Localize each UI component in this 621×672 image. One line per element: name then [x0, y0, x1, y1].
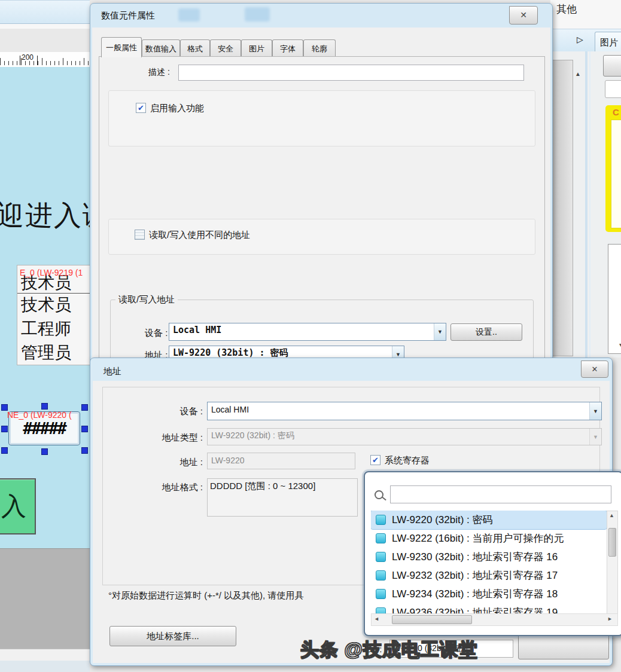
tab-label: 安全 — [218, 44, 233, 54]
tag-library-button[interactable]: 地址标签库... — [109, 626, 236, 646]
user-list-header[interactable]: 技术员 E_0 (LW-9219 (1 — [17, 265, 90, 294]
enable-input-label: 启用输入功能 — [150, 103, 204, 114]
tab-profile[interactable]: 轮廓 — [303, 39, 336, 57]
address-item-label: LW-9220 (32bit) : 密码 — [392, 513, 493, 527]
close-icon: ✕ — [592, 365, 598, 374]
ruler-label: 200 — [22, 53, 34, 62]
tab-label: 图片 — [249, 44, 264, 54]
scroll-right-icon[interactable]: ► — [607, 616, 613, 622]
toolbar-right: 其他 — [550, 0, 621, 29]
address-picker-popup: LW-9220 (32bit) : 密码 LW-9222 (16bit) : 当… — [364, 471, 621, 636]
search-input[interactable] — [390, 485, 611, 503]
tag-library-button-label: 地址标签库... — [147, 631, 199, 641]
enable-input-checkbox[interactable]: ✔ — [136, 103, 146, 113]
toolbar-right-label[interactable]: 其他 — [556, 2, 577, 16]
settings-button[interactable]: 设置.. — [450, 323, 522, 341]
tag-select-button[interactable] — [518, 634, 609, 659]
library-button[interactable] — [603, 55, 621, 77]
address-input: LW-9220 — [207, 453, 355, 469]
selection-handle[interactable] — [41, 403, 48, 410]
address-list-item[interactable]: LW-9236 (32bit) : 地址索引寄存器 19 — [371, 603, 607, 613]
user-list-element[interactable]: 技术员 E_0 (LW-9219 (1 技术员 工程师 管理员 — [17, 265, 90, 365]
shape-preview-panel[interactable]: C — [605, 105, 621, 232]
right-blue-band: ▷ 图片 — [550, 29, 621, 53]
scroll-up-icon[interactable]: ▲ — [609, 512, 614, 518]
device-combobox[interactable]: Local HMI ▼ — [169, 323, 446, 341]
chevron-down-icon[interactable]: ▼ — [434, 323, 446, 340]
scroll-left-icon[interactable]: ◄ — [374, 616, 379, 622]
address-list-item[interactable]: LW-9220 (32bit) : 密码 — [371, 511, 607, 529]
rw-address-group-title: 读取/写入地址 — [115, 294, 178, 306]
ruler-major-tick — [20, 56, 20, 65]
hmi-canvas[interactable]: 迎进入课 技术员 E_0 (LW-9219 (1 技术员 工程师 管理员 — [0, 67, 90, 548]
selection-handle[interactable] — [1, 426, 8, 432]
horizontal-scrollbar[interactable]: ◄ ► — [371, 613, 618, 626]
device-combobox[interactable]: Local HMI ▼ — [207, 402, 602, 420]
different-address-checkbox[interactable] — [135, 230, 145, 240]
address-item-label: LW-9232 (32bit) : 地址索引寄存器 17 — [392, 569, 558, 582]
selection-handle[interactable] — [1, 447, 8, 454]
address-format-box: DDDDD [范围 : 0 ~ 12300] — [207, 478, 358, 517]
register-icon — [376, 515, 386, 525]
scrollbar-thumb[interactable] — [608, 528, 616, 557]
vertical-scrollbar[interactable]: ▲ — [607, 511, 618, 615]
chevron-down-icon[interactable]: ▼ — [589, 402, 601, 420]
address-item-label: LW-9236 (32bit) : 地址索引寄存器 19 — [392, 606, 558, 613]
application-window: 开关 200 迎进入课 技术员 E_0 (LW-9219 (1 技术员 工程师 … — [0, 0, 621, 672]
scroll-up-icon[interactable]: ▲ — [575, 71, 581, 77]
rw-address-group: 读取/写入地址 设备 : Local HMI ▼ 设置.. 地址 : LW-92… — [110, 300, 534, 362]
register-icon — [376, 607, 386, 613]
register-icon — [376, 589, 386, 599]
tab-font[interactable]: 字体 — [272, 39, 303, 57]
numeric-overlay-label: NE_0 (LW-9220 ( — [7, 410, 72, 420]
expand-arrow-icon[interactable]: ▷ — [577, 35, 583, 44]
address-label: 地址 : — [155, 457, 203, 468]
address-type-value: LW-9220 (32bit) : 密码 — [208, 429, 589, 445]
tab-label: 字体 — [280, 44, 296, 54]
user-list-item-label: 管理员 — [17, 343, 71, 362]
welcome-text: 迎进入课 — [0, 197, 90, 234]
ruler-major-tick — [37, 56, 38, 65]
tab-format[interactable]: 格式 — [180, 39, 210, 57]
close-button[interactable]: ✕ — [509, 6, 538, 25]
scrollbar-thumb[interactable] — [392, 615, 472, 624]
right-scrollbar-track[interactable] — [552, 60, 573, 356]
user-list-item-label: 工程师 — [17, 319, 71, 338]
address-list[interactable]: LW-9220 (32bit) : 密码 LW-9222 (16bit) : 当… — [371, 511, 607, 613]
user-list-item[interactable]: 工程师 — [17, 317, 90, 341]
selection-handle[interactable] — [81, 447, 88, 454]
device-label: 设备 : — [155, 406, 203, 417]
right-panel: ▲ C ▾ — [550, 51, 621, 358]
user-list-item[interactable]: 技术员 — [17, 294, 90, 317]
tab-general[interactable]: 一般属性 — [101, 37, 142, 57]
horizontal-scrollbar-left[interactable] — [0, 649, 90, 662]
register-icon — [376, 533, 386, 543]
shape-list[interactable]: ▾ — [608, 244, 621, 354]
tab-picture[interactable]: 图片 — [241, 39, 272, 57]
address-list-item[interactable]: LW-9222 (16bit) : 当前用户可操作的元 — [371, 529, 607, 548]
numeric-element-selection[interactable]: ##### NE_0 (LW-9220 ( — [0, 403, 90, 457]
address-type-label: 地址类型 : — [143, 432, 203, 444]
settings-button-label: 设置.. — [476, 327, 497, 337]
ruler: 200 — [0, 52, 90, 68]
selection-handle[interactable] — [81, 426, 88, 432]
system-register-checkbox[interactable]: ✔ — [370, 455, 380, 465]
description-input[interactable] — [178, 65, 524, 81]
user-list-item[interactable]: 管理员 — [17, 341, 90, 365]
selection-handle[interactable] — [41, 448, 48, 455]
login-button[interactable]: 入 — [0, 478, 36, 534]
watermark-ghost — [178, 8, 200, 22]
address-list-item[interactable]: LW-9234 (32bit) : 地址索引寄存器 18 — [371, 585, 607, 603]
address-list-item[interactable]: LW-9230 (32bit) : 地址索引寄存器 16 — [371, 548, 607, 566]
address-list-item[interactable]: LW-9232 (32bit) : 地址索引寄存器 17 — [371, 566, 607, 585]
close-button[interactable]: ✕ — [581, 361, 608, 378]
chevron-down-icon: ▼ — [589, 429, 601, 445]
footnote: °对原始数据进行运算时 (+-*/ 以及其他), 请使用具 — [108, 590, 303, 601]
selection-handle[interactable] — [81, 404, 88, 411]
tab-numeric-input[interactable]: 数值输入 — [142, 39, 180, 57]
tab-pictures[interactable]: 图片 — [595, 32, 621, 53]
tab-security[interactable]: 安全 — [210, 39, 241, 57]
different-address-label: 读取/写入使用不同的地址 — [149, 230, 250, 241]
properties-dialog: 数值元件属性 ✕ 一般属性 数值输入 格式 安全 图片 字体 轮廓 描述 : ✔… — [90, 3, 553, 361]
library-field[interactable] — [605, 80, 621, 98]
